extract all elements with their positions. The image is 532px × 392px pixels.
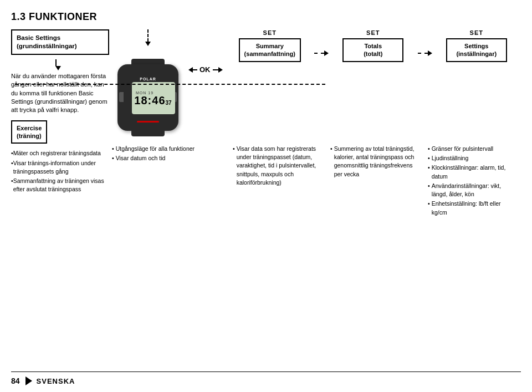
settings-bullet-2: • Ljudinställning	[428, 154, 516, 162]
exercise-line1: Exercise	[17, 125, 42, 131]
exercise-line2: (träning)	[17, 133, 42, 139]
descriptions-row: • Utgångsläge för alla funktioner • Visa…	[112, 145, 521, 218]
exercise-bullets: • Mäter och registrerar träningsdata • V…	[11, 149, 109, 194]
set-label-2: SET	[366, 29, 380, 36]
basic-settings-line1: Basic Settings	[17, 34, 60, 41]
arrow-tip-2	[428, 50, 432, 56]
page-number: 84	[11, 376, 20, 385]
ok-label: OK	[200, 65, 211, 74]
settings-bullet-4: • Användarinställningar: vikt, längd, ål…	[428, 182, 516, 198]
arrow-tip-left	[188, 67, 193, 73]
basic-settings-box: Basic Settings (grundinställningar)	[11, 29, 109, 55]
summary-box-line2: (sammanfattning)	[244, 50, 295, 57]
watch-screen-seconds: 37	[166, 100, 172, 106]
arrow-down-tip	[55, 66, 61, 70]
watch-logo: POLAR	[140, 77, 156, 81]
solid-line-short	[193, 69, 197, 70]
triangle-right-icon	[25, 376, 32, 385]
page: 1.3 FUNKTIONER Basic Settings (grundinst…	[0, 0, 532, 392]
solid-line-right	[213, 69, 218, 70]
top-down-arrow	[145, 29, 151, 46]
footer: 84 SVENSKA	[11, 371, 521, 385]
settings-bullet-5: • Enhetsinställning: lb/ft eller kg/cm	[428, 200, 516, 216]
dashed-h-2	[418, 53, 428, 54]
settings-bullet-1: • Gränser för pulsintervall	[428, 145, 516, 153]
arrow-tip-1	[324, 50, 329, 56]
settings-section: SET Settings (inställningar)	[432, 29, 521, 62]
exercise-bullet-1: • Mäter och registrerar träningsdata	[11, 149, 109, 157]
dashed-h-1	[314, 53, 324, 54]
settings-box: Settings (inställningar)	[446, 38, 507, 62]
page-title: 1.3 FUNKTIONER	[11, 11, 521, 23]
watch-screen-time: 18:46	[134, 95, 165, 106]
watch-body: POLAR MON 19 18:46 37	[117, 64, 178, 131]
vertical-dashed-line	[55, 59, 57, 66]
exercise-bullet-2: • Visar tränings-information under träni…	[11, 159, 109, 176]
set-label-1: SET	[263, 29, 277, 36]
summary-box: Summary (sammanfattning)	[239, 38, 301, 62]
watch-bottom-area	[117, 121, 178, 123]
totals-box-line1: Totals	[364, 43, 382, 49]
left-description: När du använder mottagaren första gången…	[11, 72, 109, 115]
watch-time-row: 18:46 37	[134, 95, 172, 106]
settings-box-line1: Settings	[464, 43, 488, 49]
watch-section: POLAR MON 19 18:46 37	[112, 29, 184, 136]
top-horizontal-dashed	[15, 84, 325, 85]
arrow-connector-1	[314, 50, 329, 56]
totals-description: • Summering av total träningstid, kalori…	[326, 145, 423, 218]
settings-box-line2: (inställningar)	[456, 50, 497, 57]
arrow-tip-down	[145, 42, 151, 46]
left-panel: Basic Settings (grundinställningar) När …	[11, 29, 112, 358]
totals-bullet-1: • Summering av total träningstid, kalori…	[330, 145, 419, 179]
right-panel: POLAR MON 19 18:46 37	[112, 29, 521, 358]
summary-section: SET Summary (sammanfattning)	[226, 29, 315, 62]
watch-btn-left	[119, 92, 124, 102]
v-dashed-top	[147, 29, 149, 42]
watch-bullet-2: • Visar datum och tid	[112, 154, 195, 162]
arrow-connector-2	[418, 50, 432, 56]
basic-settings-line2: (grundinställningar)	[17, 43, 77, 49]
left-arrow-connector	[188, 67, 197, 73]
flow-diagram-top: POLAR MON 19 18:46 37	[112, 29, 521, 136]
watch-strap-bottom	[131, 126, 165, 136]
watch-bullet-1: • Utgångsläge för alla funktioner	[112, 145, 195, 153]
watch-accent-bar	[137, 121, 159, 123]
footer-language: SVENSKA	[37, 377, 75, 385]
arrow-tip-right-ok	[218, 67, 223, 73]
ok-section: OK	[188, 65, 223, 74]
watch-description: • Utgångsläge för alla funktioner • Visa…	[112, 145, 198, 218]
watch: POLAR MON 19 18:46 37	[112, 59, 184, 136]
exercise-bullet-3: • Sammanfattning av träningen visas efte…	[11, 177, 109, 194]
summary-bullet-1: • Visar data som har registrerats under …	[233, 145, 321, 187]
down-arrow	[55, 59, 109, 70]
ok-gap	[198, 145, 228, 218]
exercise-row: Exercise (träning)	[11, 120, 109, 144]
summary-description: • Visar data som har registrerats under …	[228, 145, 326, 218]
exercise-box: Exercise (träning)	[11, 120, 47, 144]
settings-description: • Gränser för pulsintervall • Ljudinstäl…	[423, 145, 521, 218]
watch-screen: MON 19 18:46 37	[132, 82, 175, 114]
settings-bullet-3: • Klockinställningar: alarm, tid, datum	[428, 164, 516, 180]
totals-box-line2: (totalt)	[364, 50, 382, 57]
set-label-3: SET	[470, 29, 483, 36]
right-arrow-connector	[213, 67, 223, 73]
totals-box: Totals (totalt)	[342, 38, 403, 62]
totals-section: SET Totals (totalt)	[329, 29, 418, 62]
summary-box-line1: Summary	[256, 43, 284, 49]
